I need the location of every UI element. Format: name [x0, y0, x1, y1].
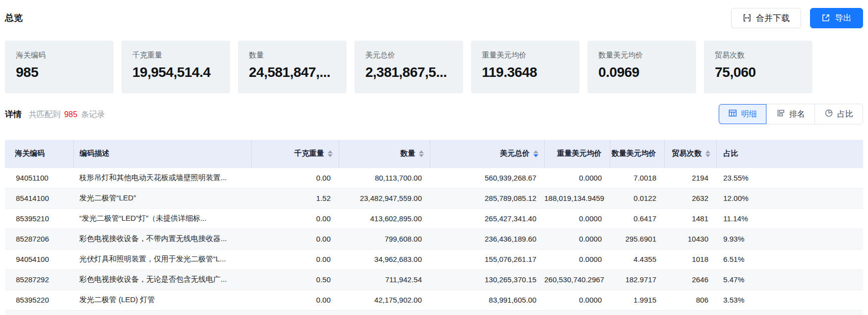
sort-caret-down-icon[interactable] [705, 154, 710, 157]
cell-share: 3.53% [716, 290, 863, 310]
ranking-icon [776, 109, 785, 120]
cell-trade-count: 806 [664, 290, 716, 310]
cell-hs-code: 94051100 [5, 168, 73, 188]
trade-overview-page: 总览 合并下载 [0, 7, 868, 315]
table-row: 85287206 彩色电视接收设备，不带内置无线电接收器... 0.00 799… [5, 229, 863, 249]
export-label: 导出 [835, 12, 852, 24]
col-label: 贸易次数 [672, 149, 702, 158]
col-header-weight-kg[interactable]: 千克重量 [251, 140, 339, 168]
cell-description: “发光二极管“LED”灯”（未提供详细标... [73, 208, 251, 229]
export-button[interactable]: 导出 [810, 8, 863, 28]
table-row: 94051100 枝形吊灯和其他电动天花板或墙壁照明装置... 0.00 80,… [5, 168, 863, 188]
sort-caret-up-icon[interactable] [533, 150, 538, 153]
cell-usd-total: 83,991,605.00 [430, 290, 544, 310]
tab-ranking[interactable]: 排名 [766, 104, 814, 124]
pie-chart-icon [824, 109, 833, 120]
cell-quantity: 80,113,700.00 [339, 168, 430, 188]
cell-share: 12.00% [716, 188, 863, 208]
cell-quantity: 413,602,895.00 [339, 208, 430, 229]
top-bar: 总览 合并下载 [5, 7, 863, 29]
cell-hs-code: 85414100 [5, 188, 73, 208]
cell-quantity: 42,175,902.00 [339, 290, 430, 310]
stat-card-weight-kg: 千克重量 19,954,514.4 [121, 41, 230, 93]
detail-bar: 详情 共匹配到 985 条记录 明细 [5, 104, 863, 125]
cell-hs-code: 85287206 [5, 229, 73, 249]
sort-caret-down-icon[interactable] [328, 154, 333, 157]
sort-caret-up-icon[interactable] [328, 150, 333, 153]
table-header-row: 海关编码 编码描述 千克重量 数量 美元总价 重量美元均价 数量美元均价 贸易次… [5, 140, 863, 168]
stats-row: 海关编码 985 千克重量 19,954,514.4 数量 24,581,847… [5, 41, 863, 93]
col-label: 数量 [401, 149, 415, 158]
cell-description: 枝形吊灯和其他电动天花板或墙壁照明装置... [73, 168, 251, 188]
table-row: 85395220 发光二极管 (LED) 灯管 0.00 42,175,902.… [5, 290, 863, 310]
col-label: 千克重量 [294, 149, 324, 158]
cell-description: 彩色电视接收设备，不带内置无线电接收器... [73, 229, 251, 249]
merge-download-label: 合并下载 [756, 12, 790, 24]
sort-caret-up-icon[interactable] [705, 150, 710, 153]
tab-share[interactable]: 占比 [814, 104, 863, 124]
stat-card-usd-per-qty: 数量美元均价 0.0969 [587, 41, 696, 93]
sort-caret-down-icon-active[interactable] [533, 154, 538, 157]
cell-quantity: 23,482,947,559.00 [339, 188, 430, 208]
tab-details[interactable]: 明细 [719, 104, 766, 124]
cell-usd-per-weight: 0.0000 [544, 168, 610, 188]
stat-value: 2,381,867,5... [365, 64, 458, 80]
cell-share: 6.51% [716, 249, 863, 269]
cell-hs-code: 85395210 [5, 208, 73, 229]
table-row: 85287292 彩色电视接收设备，无论是否包含无线电广... 0.50 711… [5, 269, 863, 290]
cell-usd-per-qty: 7.0018 [610, 168, 664, 188]
cell-usd-total: 285,789,085.12 [430, 188, 544, 208]
cell-trade-count: 1018 [664, 249, 716, 269]
cell-weight-kg: 0.00 [251, 290, 339, 310]
col-header-usd-per-qty: 数量美元均价 [610, 140, 664, 168]
partial-row-clipped [5, 310, 863, 315]
cell-usd-per-qty: 295.6901 [610, 229, 664, 249]
cell-usd-per-weight: 188,019,134.9459 [544, 188, 610, 208]
stat-value: 19,954,514.4 [132, 64, 225, 80]
stat-value: 119.3648 [482, 64, 575, 80]
stat-value: 985 [16, 64, 109, 80]
cell-usd-per-qty: 0.6417 [610, 208, 664, 229]
col-label: 编码描述 [80, 149, 110, 158]
cell-usd-total: 560,939,268.67 [430, 168, 544, 188]
col-header-description: 编码描述 [73, 140, 251, 168]
cell-description: 发光二极管“LED” [73, 188, 251, 208]
table-row: 85414100 发光二极管“LED” 1.52 23,482,947,559.… [5, 188, 863, 208]
stat-card-hs-code: 海关编码 985 [5, 41, 114, 93]
stat-value: 0.0969 [598, 64, 691, 80]
col-label: 重量美元均价 [557, 149, 602, 158]
col-header-share: 占比 [716, 140, 863, 168]
sort-caret-down-icon[interactable] [419, 154, 424, 157]
sort-carets[interactable] [328, 150, 333, 157]
cell-weight-kg: 0.50 [251, 269, 339, 290]
sort-caret-up-icon[interactable] [419, 150, 424, 153]
col-header-usd-per-weight: 重量美元均价 [544, 140, 610, 168]
col-header-trade-count[interactable]: 贸易次数 [664, 140, 716, 168]
stat-label: 重量美元均价 [482, 51, 575, 60]
col-header-usd-total[interactable]: 美元总价 [430, 140, 544, 168]
stat-value: 75,060 [715, 64, 808, 80]
sort-carets[interactable] [533, 150, 538, 157]
cell-quantity: 711,942.54 [339, 269, 430, 290]
cell-weight-kg: 1.52 [251, 188, 339, 208]
sort-carets[interactable] [705, 150, 710, 157]
stat-label: 海关编码 [16, 51, 109, 60]
cell-usd-per-weight: 0.0000 [544, 249, 610, 269]
cell-weight-kg: 0.00 [251, 208, 339, 229]
cell-usd-per-qty: 182.9717 [610, 269, 664, 290]
cell-usd-per-weight: 0.0000 [544, 290, 610, 310]
page-title: 总览 [5, 12, 23, 24]
merge-download-button[interactable]: 合并下载 [731, 8, 801, 28]
col-header-quantity[interactable]: 数量 [339, 140, 430, 168]
cell-weight-kg: 0.00 [251, 249, 339, 269]
cell-description: 光伏灯具和照明装置，仅用于发光二极管“L... [73, 249, 251, 269]
stat-card-quantity: 数量 24,581,847,... [238, 41, 347, 93]
cell-trade-count: 2646 [664, 269, 716, 290]
detail-title: 详情 [5, 109, 22, 120]
cell-share: 11.14% [716, 208, 863, 229]
cell-trade-count: 2194 [664, 168, 716, 188]
col-label: 占比 [724, 149, 739, 158]
cell-description: 彩色电视接收设备，无论是否包含无线电广... [73, 269, 251, 290]
sort-carets[interactable] [419, 150, 424, 157]
stat-label: 数量美元均价 [598, 51, 691, 60]
